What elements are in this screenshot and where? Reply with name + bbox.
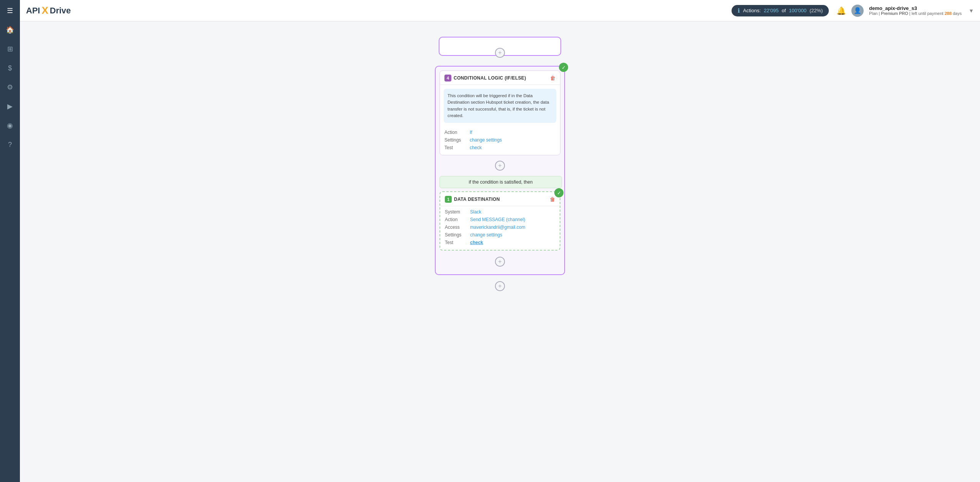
- data-dest-green-check: ✓: [554, 188, 564, 197]
- conditional-logic-card: ✓ 4 CONDITIONAL LOGIC (IF/ELSE) 🗑 This c…: [435, 66, 565, 275]
- add-node-after-dest[interactable]: +: [495, 257, 505, 267]
- data-dest-number: 1: [445, 196, 452, 203]
- data-destination-card: ✓ 1 DATA DESTINATION 🗑 System Slack: [439, 191, 560, 251]
- green-check-badge: ✓: [559, 63, 568, 72]
- system-label: System: [445, 209, 467, 215]
- test-value[interactable]: check: [470, 145, 482, 150]
- test-label: Test: [444, 145, 467, 150]
- settings-row: Settings change settings: [444, 137, 555, 143]
- settings-value[interactable]: change settings: [470, 137, 502, 143]
- video-icon[interactable]: ▶: [4, 100, 16, 112]
- actions-used: 22'095: [764, 8, 779, 13]
- dest-test-row: Test check: [445, 240, 555, 245]
- dest-settings-label: Settings: [445, 232, 467, 238]
- data-dest-header: 1 DATA DESTINATION 🗑: [440, 192, 560, 206]
- logo-drive-text: Drive: [50, 6, 71, 16]
- actions-label: Actions:: [743, 8, 761, 13]
- conditional-card-number: 4: [444, 75, 451, 81]
- condition-banner: if the condition is satisfied, then: [439, 176, 562, 188]
- system-value: Slack: [470, 209, 481, 215]
- actions-badge: ℹ Actions: 22'095 of 100'000 (22%): [732, 5, 829, 16]
- dest-settings-value[interactable]: change settings: [470, 232, 502, 238]
- add-node-middle[interactable]: +: [495, 161, 505, 171]
- user-plan: Plan | Premium PRO | left until payment …: [869, 11, 962, 16]
- user-info: demo_apix-drive_s3 Plan | Premium PRO | …: [869, 5, 962, 16]
- flow-canvas: + ✓ 4 CONDITIONAL LOGIC (IF/ELSE) 🗑: [20, 21, 980, 482]
- delete-conditional-button[interactable]: 🗑: [550, 75, 555, 81]
- plan-days: 288: [944, 11, 951, 16]
- topbar: APIXDrive ℹ Actions: 22'095 of 100'000 (…: [20, 0, 980, 21]
- content-area: + ✓ 4 CONDITIONAL LOGIC (IF/ELSE) 🗑: [20, 21, 980, 482]
- logo-api-text: API: [26, 6, 40, 16]
- actions-percent: (22%): [810, 8, 823, 13]
- data-dest-fields: System Slack Action Send MESSAGE (channe…: [440, 206, 560, 250]
- dest-test-label: Test: [445, 240, 467, 245]
- plan-separator: |: [909, 11, 910, 16]
- access-row: Access maverickandrii@gmail.com: [445, 225, 555, 230]
- action-label: Action: [444, 130, 467, 135]
- conditional-fields: Action If Settings change settings Test …: [440, 127, 560, 155]
- dest-action-value: Send MESSAGE (channel): [470, 217, 525, 222]
- access-value: maverickandrii@gmail.com: [470, 225, 525, 230]
- access-label: Access: [445, 225, 467, 230]
- user-avatar: 👤: [851, 5, 864, 17]
- plan-name: Premium PRO: [881, 11, 908, 16]
- conditional-inner-card: 4 CONDITIONAL LOGIC (IF/ELSE) 🗑 This con…: [439, 70, 560, 155]
- profile-icon[interactable]: ◉: [4, 119, 16, 132]
- plan-days-suffix: days: [953, 11, 962, 16]
- add-node-top[interactable]: +: [495, 48, 505, 58]
- billing-icon[interactable]: $: [4, 62, 16, 74]
- actions-total: 100'000: [789, 8, 807, 13]
- main-container: APIXDrive ℹ Actions: 22'095 of 100'000 (…: [20, 0, 980, 482]
- plan-label: Plan |: [869, 11, 880, 16]
- data-dest-title: DATA DESTINATION: [454, 197, 500, 202]
- dest-settings-row: Settings change settings: [445, 232, 555, 238]
- conditional-description: This condition will be triggered if in t…: [444, 89, 556, 123]
- home-icon[interactable]: 🏠: [4, 24, 16, 36]
- menu-icon[interactable]: ☰: [4, 5, 16, 17]
- dashboard-icon[interactable]: ⊞: [4, 43, 16, 55]
- action-row: Action If: [444, 130, 555, 135]
- dest-action-label: Action: [445, 217, 467, 222]
- bell-icon[interactable]: 🔔: [836, 6, 846, 15]
- info-icon: ℹ: [738, 7, 740, 14]
- dest-action-row: Action Send MESSAGE (channel): [445, 217, 555, 222]
- integrations-icon[interactable]: ⚙: [4, 81, 16, 93]
- chevron-down-icon[interactable]: ▼: [969, 8, 974, 14]
- topbar-right: 🔔 👤 demo_apix-drive_s3 Plan | Premium PR…: [836, 5, 974, 17]
- settings-label: Settings: [444, 137, 467, 143]
- conditional-card-title: CONDITIONAL LOGIC (IF/ELSE): [454, 75, 526, 81]
- add-node-bottom[interactable]: +: [495, 281, 505, 291]
- conditional-logic-outer: ✓ 4 CONDITIONAL LOGIC (IF/ELSE) 🗑 This c…: [435, 66, 565, 275]
- actions-of: of: [782, 8, 786, 13]
- system-row: System Slack: [445, 209, 555, 215]
- conditional-card-header: 4 CONDITIONAL LOGIC (IF/ELSE) 🗑: [440, 71, 560, 85]
- action-value: If: [470, 130, 472, 135]
- logo-x-text: X: [42, 5, 48, 16]
- delete-data-dest-button[interactable]: 🗑: [550, 196, 555, 202]
- user-name: demo_apix-drive_s3: [869, 5, 962, 11]
- plan-left: left until payment: [911, 11, 943, 16]
- dest-test-value[interactable]: check: [470, 240, 483, 245]
- help-icon[interactable]: ?: [4, 138, 16, 151]
- test-row: Test check: [444, 145, 555, 150]
- top-stub-card: +: [439, 37, 561, 56]
- logo: APIXDrive: [26, 5, 71, 16]
- sidebar: ☰ 🏠 ⊞ $ ⚙ ▶ ◉ ?: [0, 0, 20, 482]
